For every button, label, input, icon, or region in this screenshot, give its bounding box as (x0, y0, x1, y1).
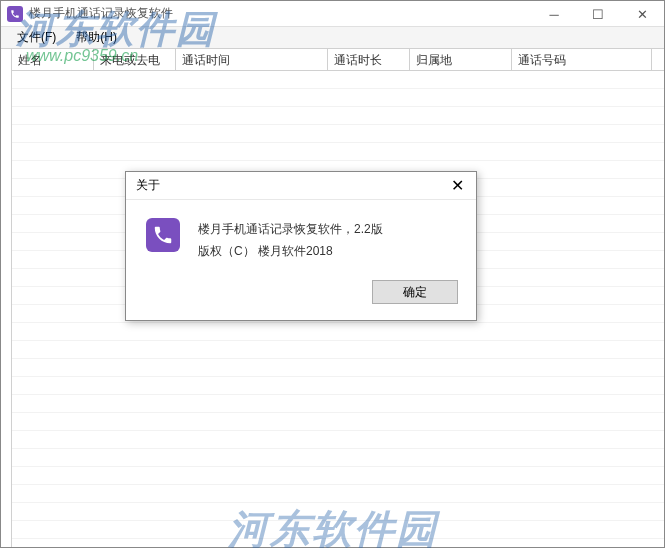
table-row (12, 377, 664, 395)
maximize-button[interactable]: ☐ (576, 1, 620, 27)
column-header[interactable]: 通话号码 (512, 49, 652, 70)
dialog-text: 楼月手机通话记录恢复软件，2.2版 版权（C） 楼月软件2018 (198, 218, 383, 262)
table-row (12, 413, 664, 431)
column-header[interactable]: 通话时长 (328, 49, 410, 70)
dialog-footer: 确定 (126, 274, 476, 320)
close-button[interactable]: ✕ (620, 1, 664, 27)
dialog-line1: 楼月手机通话记录恢复软件，2.2版 (198, 218, 383, 240)
titlebar: 楼月手机通话记录恢复软件 ─ ☐ ✕ (1, 1, 664, 27)
column-header[interactable]: 通话时间 (176, 49, 328, 70)
table-row (12, 125, 664, 143)
table-row (12, 431, 664, 449)
table-header: 姓名来电或去电通话时间通话时长归属地通话号码 (12, 49, 664, 71)
dialog-close-button[interactable]: ✕ (438, 172, 476, 200)
dialog-line2: 版权（C） 楼月软件2018 (198, 240, 383, 262)
minimize-button[interactable]: ─ (532, 1, 576, 27)
table-row (12, 521, 664, 539)
table-row (12, 485, 664, 503)
table-row (12, 323, 664, 341)
window-title: 楼月手机通话记录恢复软件 (29, 5, 532, 22)
app-icon (7, 6, 23, 22)
about-dialog: 关于 ✕ 楼月手机通话记录恢复软件，2.2版 版权（C） 楼月软件2018 确定 (125, 171, 477, 321)
column-header[interactable]: 归属地 (410, 49, 512, 70)
dialog-titlebar: 关于 ✕ (126, 172, 476, 200)
table-row (12, 503, 664, 521)
table-row (12, 395, 664, 413)
contact-pane (1, 49, 12, 547)
menu-file[interactable]: 文件(F) (7, 27, 66, 48)
column-header[interactable]: 姓名 (12, 49, 94, 70)
column-header[interactable]: 来电或去电 (94, 49, 176, 70)
table-row (12, 71, 664, 89)
viber-icon (146, 218, 180, 252)
window-controls: ─ ☐ ✕ (532, 1, 664, 26)
table-row (12, 89, 664, 107)
main-window: 楼月手机通话记录恢复软件 ─ ☐ ✕ 文件(F) 帮助(H) 姓名来电或去电通话… (0, 0, 665, 548)
table-row (12, 449, 664, 467)
table-row (12, 143, 664, 161)
dialog-body: 楼月手机通话记录恢复软件，2.2版 版权（C） 楼月软件2018 (126, 200, 476, 274)
table-row (12, 341, 664, 359)
dialog-title: 关于 (136, 177, 438, 194)
menu-help[interactable]: 帮助(H) (66, 27, 127, 48)
menubar: 文件(F) 帮助(H) (1, 27, 664, 49)
table-row (12, 359, 664, 377)
table-row (12, 107, 664, 125)
table-row (12, 467, 664, 485)
ok-button[interactable]: 确定 (372, 280, 458, 304)
